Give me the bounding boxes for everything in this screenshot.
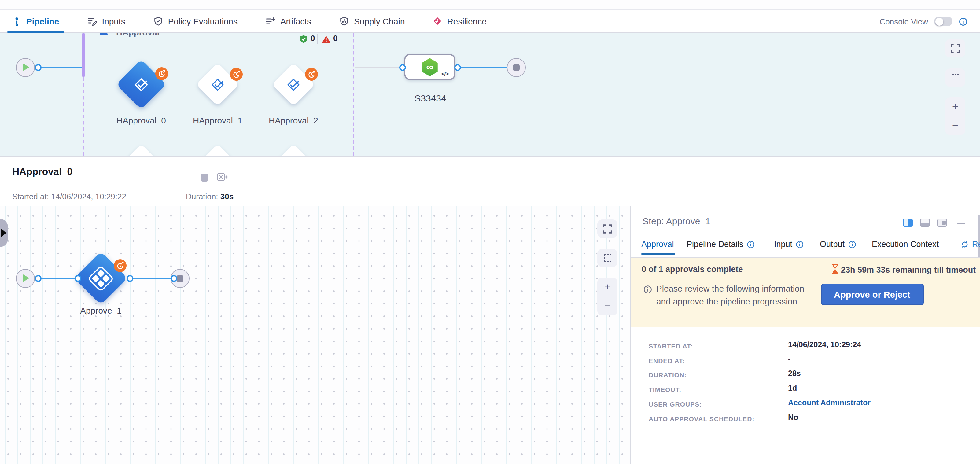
connector-port	[35, 275, 41, 281]
tab-policy-evaluations[interactable]: Policy Evaluations	[153, 10, 237, 32]
active-tab-underline	[641, 253, 675, 255]
summary-step-title: HApproval_0	[12, 166, 72, 177]
approval-message: Please review the following information …	[656, 283, 804, 308]
approval-progress: 0 of 1 approvals complete	[642, 265, 743, 274]
info-icon[interactable]	[959, 17, 968, 26]
hourglass-icon	[831, 264, 838, 274]
edge	[354, 66, 401, 68]
info-icon[interactable]	[746, 240, 755, 248]
timeout-clock-badge	[113, 259, 126, 272]
expand-left-panel-handle[interactable]	[0, 219, 8, 247]
approval-check-icon	[286, 77, 301, 92]
stage-success-count: 0	[310, 33, 315, 43]
pipeline-start-node[interactable]	[16, 58, 35, 77]
layout-floating-view-button[interactable]	[937, 219, 947, 227]
mark-failed-button[interactable]	[217, 172, 228, 182]
tab-label: Output	[820, 240, 845, 249]
detail-label: AUTO APPROVAL SCHEDULED:	[649, 415, 754, 422]
edge	[38, 277, 78, 279]
message-line: and approve the pipeline progression	[656, 295, 804, 308]
timeout-remaining: 23h 59m 33s remaining till timeout	[841, 265, 976, 275]
pipeline-icon	[12, 16, 21, 26]
connector-port	[399, 64, 406, 71]
detail-label: DURATION:	[649, 371, 687, 379]
step-graph-start-node[interactable]	[16, 269, 35, 288]
step-node-happroval-0[interactable]	[116, 59, 166, 110]
play-icon	[23, 64, 29, 71]
approve-or-reject-button[interactable]: Approve or Reject	[821, 284, 923, 305]
panel-tab-pipeline-details[interactable]: Pipeline Details	[687, 240, 755, 249]
stop-icon	[512, 64, 519, 71]
step-label: HApproval_1	[181, 116, 255, 126]
marquee-select-button[interactable]	[597, 249, 617, 267]
detail-value: -	[788, 355, 791, 364]
stage-name: HApproval	[116, 33, 159, 37]
minimize-panel-button[interactable]	[958, 222, 965, 224]
console-view-toggle[interactable]	[934, 16, 953, 26]
fit-to-screen-button[interactable]	[945, 39, 965, 57]
panel-scrollbar[interactable]	[978, 215, 980, 259]
panel-tab-approval[interactable]: Approval	[641, 240, 674, 249]
timeout-clock-badge	[155, 67, 168, 80]
abort-step-button[interactable]	[200, 173, 208, 181]
step-label: Approve_1	[64, 306, 138, 315]
step-label: S33434	[394, 93, 467, 103]
info-icon[interactable]	[848, 240, 856, 248]
detail-label: ENDED AT:	[649, 357, 685, 364]
tab-label: Input	[774, 240, 792, 249]
step-execution-graph: Approve_1 + −	[0, 206, 630, 464]
play-icon	[23, 275, 29, 282]
zoom-out-button[interactable]: −	[945, 116, 965, 135]
step-label: HApproval_2	[257, 116, 330, 126]
console-view-control: Console View	[880, 10, 968, 33]
refresh-button[interactable]: Refresh	[961, 240, 980, 249]
tab-pipeline[interactable]: Pipeline	[12, 10, 59, 32]
detail-value: 1d	[788, 384, 797, 392]
tab-artifacts[interactable]: Artifacts	[266, 10, 311, 32]
info-icon[interactable]	[795, 240, 804, 248]
zoom-controls: + −	[945, 97, 965, 135]
supply-chain-shield-icon	[339, 16, 349, 26]
refresh-icon	[961, 240, 969, 248]
marquee-icon	[951, 74, 959, 81]
window-top-strip	[0, 0, 980, 10]
tab-label: Approval	[641, 240, 674, 249]
fit-to-screen-button[interactable]	[597, 219, 617, 238]
layout-right-view-button[interactable]	[903, 219, 913, 227]
pipeline-end-node[interactable]	[506, 58, 525, 77]
matrix-boundary-bar	[82, 33, 85, 77]
detail-label: USER GROUPS:	[649, 400, 702, 408]
step-details-panel: Step: Approve_1 Approval Pipeline Detail…	[631, 206, 980, 464]
duration-value: 30s	[220, 192, 234, 201]
tab-supply-chain[interactable]: Supply Chain	[339, 10, 405, 32]
toggle-knob	[935, 17, 943, 25]
connector-port	[454, 64, 461, 71]
detail-value: No	[788, 413, 798, 421]
zoom-out-button[interactable]: −	[597, 297, 617, 315]
connector-port	[74, 275, 81, 281]
layout-bottom-view-button[interactable]	[920, 219, 930, 227]
detail-label: TIMEOUT:	[649, 386, 681, 393]
step-node-partial[interactable]	[276, 144, 310, 156]
shield-check-icon	[153, 16, 163, 26]
tab-resilience[interactable]: Resilience	[433, 10, 487, 32]
tab-inputs[interactable]: Inputs	[87, 10, 125, 32]
step-node-partial[interactable]	[124, 144, 158, 156]
user-groups-link[interactable]: Account Administrator	[788, 399, 870, 407]
zoom-in-button[interactable]: +	[945, 97, 965, 116]
refresh-label: Refresh	[972, 240, 980, 249]
panel-tab-input[interactable]: Input	[774, 240, 804, 249]
approval-banner: 0 of 1 approvals complete 23h 59m 33s re…	[631, 257, 980, 327]
tab-label: Artifacts	[280, 16, 311, 26]
edge	[130, 277, 173, 279]
artifacts-icon	[266, 16, 275, 26]
stage-collapse-button[interactable]	[100, 33, 108, 35]
stage-failed-badge-icon	[321, 35, 331, 44]
stage-failed-count: 0	[333, 33, 337, 43]
marquee-select-button[interactable]	[945, 68, 965, 87]
panel-tab-execution-context[interactable]: Execution Context	[872, 240, 939, 249]
panel-tab-output[interactable]: Output	[820, 240, 856, 249]
zoom-in-button[interactable]: +	[597, 278, 617, 297]
tab-label: Pipeline	[26, 16, 59, 26]
step-node-partial[interactable]	[200, 144, 235, 156]
